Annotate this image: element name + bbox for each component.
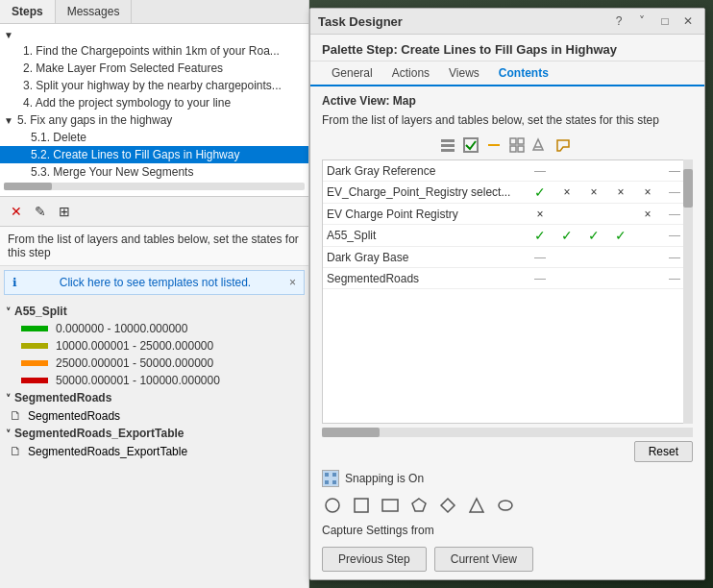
dialog-close-button[interactable]: ✕: [679, 12, 697, 30]
layer-tb-icon3[interactable]: [483, 135, 504, 156]
tab-messages[interactable]: Messages: [56, 0, 133, 23]
svg-marker-21: [470, 499, 483, 512]
reset-button[interactable]: Reset: [634, 441, 693, 462]
layer-cell: —: [527, 272, 553, 285]
add-group-button[interactable]: ⊞: [54, 201, 75, 222]
dialog-titlebar: Task Designer ? ˅ □ ✕: [310, 9, 704, 35]
instruction-text: From the list of layers and tables below…: [322, 113, 693, 127]
reset-row: Reset: [322, 441, 693, 462]
dialog-collapse-button[interactable]: ˅: [633, 12, 651, 30]
edit-button[interactable]: ✎: [30, 201, 51, 222]
dialog-body: Active View: Map From the list of layers…: [310, 86, 704, 579]
circle-tool[interactable]: [322, 495, 343, 516]
step-2[interactable]: 2. Make Layer From Selected Features: [0, 60, 308, 77]
vertical-scrollbar[interactable]: [683, 159, 693, 424]
segmented-roads-item: 🗋 SegmentedRoads: [6, 406, 303, 425]
group-header-expand[interactable]: ▼: [0, 28, 308, 42]
layer-cell: ✓: [553, 228, 580, 243]
legend-range-2: 10000.000001 - 25000.000000: [56, 339, 213, 353]
layer-tb-icon1[interactable]: [437, 135, 458, 156]
legend-item-2: 10000.000001 - 25000.000000: [6, 337, 303, 355]
tab-steps[interactable]: Steps: [0, 0, 56, 23]
group-5[interactable]: ▼ 5. Fix any gaps in the highway: [0, 111, 308, 129]
layer-row[interactable]: EV Charge Point Registry × × —: [323, 204, 692, 225]
delete-button[interactable]: ✕: [6, 201, 27, 222]
layer-tb-icon4[interactable]: [506, 135, 528, 156]
step-4[interactable]: 4. Add the project symbology to your lin…: [0, 94, 308, 111]
active-view-label: Active View:: [322, 94, 389, 108]
svg-point-22: [499, 501, 512, 510]
square-tool[interactable]: [351, 495, 372, 516]
legend-item-3: 25000.000001 - 50000.000000: [6, 355, 303, 372]
segmented-table-icon: 🗋: [10, 408, 22, 423]
dialog-tab-general[interactable]: General: [322, 61, 382, 86]
layer-name: Dark Gray Reference: [327, 164, 527, 178]
svg-rect-14: [325, 480, 329, 484]
layer-tb-icon2[interactable]: [460, 135, 481, 156]
legend-group-a55split[interactable]: ˅ A55_Split: [6, 303, 303, 320]
layers-toolbar: [322, 135, 693, 156]
snapping-icon: [322, 470, 339, 487]
legend-item-1: 0.000000 - 10000.000000: [6, 320, 303, 337]
horizontal-scrollbar[interactable]: [322, 428, 693, 437]
dialog-tab-views[interactable]: Views: [439, 61, 489, 86]
export-table-item: 🗋 SegmentedRoads_ExportTable: [6, 442, 303, 460]
a55-group-label: A55_Split: [14, 305, 67, 318]
export-table-icon: 🗋: [10, 444, 22, 458]
info-text: Click here to see templates not listed.: [60, 276, 251, 289]
layer-row[interactable]: SegmentedRoads — —: [323, 268, 692, 289]
info-bar[interactable]: ℹ Click here to see templates not listed…: [4, 270, 305, 295]
dialog-tab-contents[interactable]: Contents: [489, 61, 558, 86]
dialog-tab-actions[interactable]: Actions: [382, 61, 439, 86]
triangle-tool[interactable]: [466, 495, 487, 516]
polygon-tool[interactable]: [408, 495, 430, 516]
step-3[interactable]: 3. Split your highway by the nearby char…: [0, 77, 308, 94]
legend-color-4: [21, 378, 48, 383]
layer-tb-icon6[interactable]: [553, 135, 574, 156]
layers-table: Dark Gray Reference — — EV_Charge_Point_…: [322, 159, 693, 424]
dialog-help-button[interactable]: ?: [610, 12, 627, 30]
svg-rect-7: [510, 146, 516, 152]
layer-cell: ✓: [527, 184, 553, 200]
svg-marker-19: [412, 499, 426, 511]
layer-row[interactable]: Dark Gray Base — —: [323, 247, 692, 268]
info-close-button[interactable]: ×: [289, 276, 296, 289]
layer-cell: —: [527, 164, 553, 178]
a55-arrow-icon: ˅: [6, 306, 11, 317]
layer-cell: ×: [634, 185, 661, 199]
legend-item-4: 50000.000001 - 100000.000000: [6, 372, 303, 389]
tabs-bar: Steps Messages: [0, 0, 308, 24]
main-area: Task Designer ? ˅ □ ✕ Palette Step: Crea…: [309, 0, 713, 588]
info-icon: ℹ: [12, 276, 17, 289]
svg-rect-13: [332, 473, 336, 477]
svg-marker-20: [441, 499, 455, 512]
svg-rect-17: [355, 499, 368, 512]
layers-table-container: Dark Gray Reference — — EV_Charge_Point_…: [322, 159, 693, 424]
step-5-1[interactable]: 5.1. Delete: [0, 129, 308, 146]
previous-step-button[interactable]: Previous Step: [322, 547, 427, 572]
layer-row[interactable]: EV_Charge_Point_Registry select... ✓ × ×…: [323, 182, 692, 204]
segmented-table-label: SegmentedRoads: [28, 409, 120, 423]
snapping-label: Snapping is On: [345, 472, 424, 485]
diamond-tool[interactable]: [437, 495, 458, 516]
layer-row[interactable]: Dark Gray Reference — —: [323, 160, 692, 182]
seg-arrow-icon: ˅: [6, 393, 11, 404]
dialog-maximize-button[interactable]: □: [656, 12, 674, 30]
seg-group-label: SegmentedRoads: [14, 391, 111, 404]
layer-name: EV Charge Point Registry: [327, 208, 527, 221]
dialog-title: Task Designer: [318, 14, 403, 29]
rect-tool[interactable]: [380, 495, 401, 516]
legend-range-1: 0.000000 - 10000.000000: [56, 322, 187, 335]
current-view-button[interactable]: Current View: [434, 547, 533, 572]
legend-color-1: [21, 326, 48, 331]
layer-row[interactable]: A55_Split ✓ ✓ ✓ ✓ —: [323, 225, 692, 247]
legend-group-segmented[interactable]: ˅ SegmentedRoads: [6, 389, 303, 406]
ellipse-tool[interactable]: [495, 495, 516, 516]
step-1[interactable]: 1. Find the Chargepoints within 1km of y…: [0, 42, 308, 60]
legend-group-export[interactable]: ˅ SegmentedRoads_ExportTable: [6, 425, 303, 442]
layer-name: A55_Split: [327, 229, 527, 242]
h-scrollbar-thumb: [322, 428, 380, 437]
layer-tb-icon5[interactable]: [529, 135, 551, 156]
step-5-3[interactable]: 5.3. Merge Your New Segments: [0, 163, 308, 181]
step-5-2[interactable]: 5.2. Create Lines to Fill Gaps in Highwa…: [0, 146, 308, 163]
